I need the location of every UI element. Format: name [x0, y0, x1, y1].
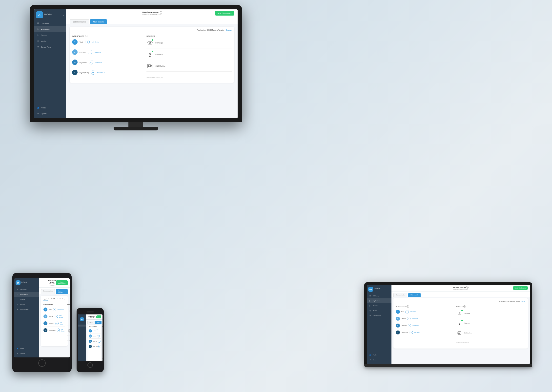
change-link-laptop[interactable]: Change	[521, 301, 525, 302]
sidebar-item-profile[interactable]: 👤 Profile	[34, 105, 66, 111]
sidebar-item-monitor[interactable]: ◎ Monitor	[34, 38, 66, 44]
sidebar-item-system[interactable]: ⚙ System	[34, 111, 66, 117]
add-soft-tablet[interactable]: +	[57, 329, 60, 332]
add-digital-io-button[interactable]: +	[89, 60, 93, 64]
add-digital-laptop[interactable]: +	[408, 324, 411, 327]
next-button-laptop[interactable]: Next: Workspace	[513, 286, 528, 290]
page-title-laptop: Hardware setup i	[408, 286, 513, 289]
tablet-home-button[interactable]	[38, 359, 46, 367]
add-soft-laptop[interactable]: +	[409, 331, 413, 334]
main-nav-laptop: ⊞ Cell Setup ▷ Applications ▷ Operate	[367, 293, 391, 318]
next-btn-tablet[interactable]: Next: Workspace	[56, 280, 68, 285]
eye-icon-tablet: ◎	[16, 303, 19, 306]
sidebar-item-apps-laptop[interactable]: ▷ Applications	[367, 298, 391, 303]
add-digital-phone[interactable]: +	[98, 340, 101, 343]
add-eth-phone[interactable]: +	[97, 335, 100, 337]
device-cnc: CNC Machine	[146, 62, 232, 72]
cp-phone[interactable]: ⚙	[78, 330, 86, 332]
monitor-phone[interactable]: ◎	[78, 329, 86, 330]
sidebar-label-operate: Operate	[41, 34, 47, 36]
dev2-phone	[102, 338, 102, 346]
change-link-tablet[interactable]: Change	[43, 300, 48, 301]
phone-home-button[interactable]	[87, 362, 93, 368]
laptop-lid: OR OnRobot ⊞ Cell Setup ▷ Applications	[364, 282, 532, 364]
devices-info-icon[interactable]: i	[156, 35, 158, 37]
add-digital-soft-button[interactable]: +	[91, 70, 95, 75]
sidebar-item-monitor-laptop[interactable]: ◎ Monitor	[367, 308, 391, 313]
add-digital-tablet[interactable]: +	[55, 322, 59, 325]
add-tools-tablet[interactable]: +	[53, 308, 56, 311]
devices-header-phone: DEVICES	[102, 326, 102, 327]
ifaces-info-laptop[interactable]: i	[407, 305, 409, 308]
hw-cols-tablet: INTERFACES T Tools + Add device E	[43, 304, 65, 344]
status-dot	[152, 39, 153, 41]
app-logo-tablet: OR	[16, 280, 20, 285]
cnc-image	[146, 62, 153, 69]
operate-tablet[interactable]: ▷Operate	[14, 297, 39, 302]
info-icon-laptop[interactable]: i	[466, 286, 469, 289]
monitor-base	[30, 122, 242, 130]
app-header: Hardware setup i OR:BASE 1000000e0b6d7f …	[66, 9, 238, 17]
interfaces-header: INTERFACES i	[72, 35, 143, 37]
add-eth-tablet[interactable]: +	[55, 315, 58, 318]
user-icon-tablet: 👤	[16, 347, 19, 350]
sidebar-item-operate[interactable]: ▷ Operate	[34, 32, 66, 38]
collapse-icon[interactable]: ‹	[63, 14, 64, 17]
add-tools-button[interactable]: +	[85, 40, 90, 44]
digital-icon-laptop: D	[396, 324, 400, 328]
info-icon[interactable]: i	[160, 11, 162, 14]
tab-main-module[interactable]: Main module	[90, 19, 107, 24]
operate-phone[interactable]: ▷	[78, 327, 86, 329]
next-workspace-button[interactable]: Next: Workspace	[215, 11, 234, 16]
cell-setup-tablet[interactable]: ⊞Cell Setup	[14, 287, 39, 292]
sidebar-item-operate-laptop[interactable]: ▷ Operate	[367, 303, 391, 308]
tab-main-tablet[interactable]: Main module	[56, 289, 68, 294]
dev2-img-laptop	[456, 320, 463, 327]
profile-phone[interactable]: 👤	[78, 355, 86, 357]
sidebar-system-laptop[interactable]: ⚙ System	[367, 357, 391, 362]
add-ethernet-button[interactable]: +	[88, 50, 92, 54]
iface-col-laptop: INTERFACES i T Tools + Add device E	[396, 305, 454, 346]
svg-rect-0	[148, 41, 152, 44]
dev3-img-tablet	[67, 327, 70, 334]
app-interface-tablet: OR OnRobot ⊞Cell Setup ▷Applications ▷Op…	[14, 278, 70, 357]
sidebar-item-control-panel[interactable]: ⚙ Control Panel	[34, 44, 66, 50]
sidebar-item-cell-setup[interactable]: ⊞ Cell Setup	[34, 20, 66, 26]
cp-tablet[interactable]: ⚙Control Panel	[14, 307, 39, 312]
monitor-tablet[interactable]: ◎Monitor	[14, 302, 39, 307]
change-link[interactable]: Change	[225, 29, 232, 31]
sidebar-monitor: OR OnRobot ‹ ⊞ Cell Setup ▷ Applications	[34, 9, 66, 118]
tab-main-phone[interactable]: Main	[95, 321, 102, 324]
brand-name: OnRobot	[44, 13, 52, 15]
devices-col-laptop: DEVICES i PolyScope	[456, 305, 525, 346]
add-soft-phone[interactable]: +	[98, 345, 101, 348]
system-tablet[interactable]: ⚙System	[14, 351, 39, 356]
sidebar-item-cp-laptop[interactable]: ⚙ Control Panel	[367, 313, 391, 318]
tab-communication[interactable]: Communication	[70, 19, 89, 24]
profile-tablet[interactable]: 👤Profile	[14, 346, 39, 351]
devices-col: DEVICES i	[146, 35, 232, 80]
add-tools-laptop[interactable]: +	[405, 310, 409, 313]
apps-phone[interactable]: ▷	[78, 325, 86, 327]
next-btn-phone[interactable]: Next	[96, 315, 101, 318]
sidebar-item-applications[interactable]: ▷ Applications	[34, 26, 66, 32]
apps-tablet[interactable]: ▷Applications	[14, 292, 39, 297]
interfaces-info-icon[interactable]: i	[85, 35, 87, 37]
hw-content-tablet: Application: CNC Machine Tending Change …	[39, 294, 70, 357]
gear-icon: ⚙	[37, 112, 40, 115]
devices-info-laptop[interactable]: i	[463, 305, 466, 308]
add-tools-phone[interactable]: +	[96, 330, 98, 332]
system-phone[interactable]: ⚙	[78, 357, 86, 359]
grid-icon-tablet: ⊞	[16, 288, 19, 291]
tab-comm-laptop[interactable]: Communication	[393, 293, 407, 297]
cell-phone[interactable]: ⊞	[78, 323, 86, 325]
tab-main-laptop[interactable]: Main module	[408, 293, 421, 297]
sidebar-profile-laptop[interactable]: 👤 Profile	[367, 352, 391, 357]
tab-comm-phone[interactable]: Comm.	[87, 321, 95, 324]
tab-comm-tablet[interactable]: Communication	[41, 289, 55, 294]
devices-header-laptop: DEVICES i	[456, 305, 525, 308]
sidebar-item-cell-setup-laptop[interactable]: ⊞ Cell Setup	[367, 293, 391, 298]
main-area-tablet: Hardware setup OR:BASE 100000... Next: W…	[39, 278, 70, 357]
add-eth-laptop[interactable]: +	[407, 317, 410, 320]
soft-row-tablet: S Digital (SoftI) + Add device	[43, 328, 65, 333]
